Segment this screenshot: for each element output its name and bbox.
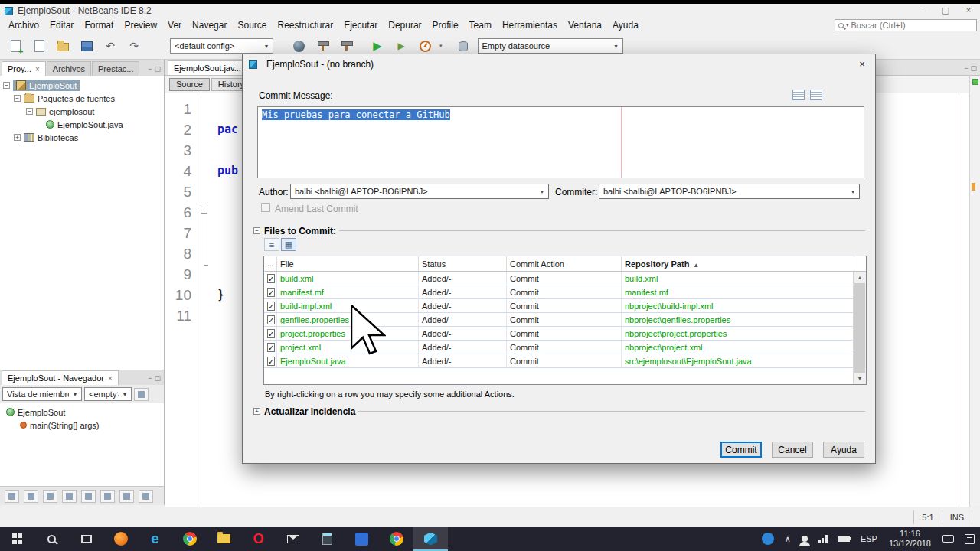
- sort-alpha-button[interactable]: [100, 490, 115, 503]
- chrome-2-button[interactable]: [379, 527, 413, 551]
- tray-expand-button[interactable]: ∧: [779, 527, 796, 551]
- maximize-button[interactable]: ▢: [934, 4, 957, 18]
- tab-prestaciones[interactable]: Prestac...: [92, 61, 139, 76]
- scroll-up-icon[interactable]: ▲: [854, 272, 866, 283]
- navigator-class-item[interactable]: EjemploSout: [0, 406, 164, 419]
- new-file-button[interactable]: [6, 37, 24, 55]
- tab-navegador[interactable]: EjemploSout - Navegador ×: [2, 370, 119, 385]
- table-scrollbar[interactable]: ▲ ▼: [853, 272, 866, 384]
- menu-preview[interactable]: Preview: [119, 18, 162, 32]
- search-scope-dropdown-icon[interactable]: ▾: [846, 22, 849, 28]
- row-checkbox[interactable]: ✓: [267, 302, 275, 311]
- collapse-handle-icon[interactable]: −: [3, 82, 10, 89]
- cell-action[interactable]: Commit: [507, 327, 622, 340]
- menu-herramientas[interactable]: Herramientas: [497, 18, 563, 32]
- netbeans-taskbar-button[interactable]: [413, 527, 448, 551]
- mail-button[interactable]: [276, 527, 310, 551]
- message-template-icon[interactable]: [810, 90, 822, 100]
- redo-button[interactable]: ↷: [125, 37, 143, 55]
- close-button[interactable]: ×: [957, 4, 980, 18]
- table-row[interactable]: ✓ manifest.mf Added/- Commit manifest.mf: [264, 285, 866, 299]
- people-button[interactable]: [796, 527, 813, 551]
- opera-button[interactable]: O: [241, 527, 276, 551]
- row-checkbox[interactable]: ✓: [267, 288, 275, 297]
- menu-depurar[interactable]: Depurar: [383, 18, 426, 32]
- scrollbar-thumb[interactable]: [854, 283, 865, 373]
- collapse-handle-icon[interactable]: −: [14, 95, 21, 102]
- row-checkbox[interactable]: ✓: [267, 329, 275, 338]
- row-checkbox[interactable]: ✓: [267, 274, 275, 283]
- clock[interactable]: 11:16 13/12/2018: [883, 529, 937, 549]
- config-combobox[interactable]: <default config> ▾: [170, 38, 273, 54]
- tree-item-libraries[interactable]: + Bibliotecas: [0, 131, 164, 144]
- editor-error-stripe[interactable]: [969, 76, 980, 507]
- recent-messages-icon[interactable]: [792, 90, 805, 100]
- menu-ejecutar[interactable]: Ejecutar: [338, 18, 383, 32]
- menu-source[interactable]: Source: [232, 18, 272, 32]
- navigator-table-view-button[interactable]: [134, 388, 149, 401]
- edge-button[interactable]: e: [138, 527, 172, 551]
- taskbar-search-button[interactable]: [34, 527, 69, 551]
- cell-action[interactable]: Commit: [507, 354, 622, 367]
- row-checkbox[interactable]: ✓: [267, 315, 275, 324]
- cell-action[interactable]: Commit: [507, 341, 622, 354]
- grid-view-button[interactable]: ▦: [281, 238, 296, 251]
- dialog-close-button[interactable]: ×: [849, 54, 875, 74]
- tab-proyectos[interactable]: Proy... ×: [2, 61, 46, 76]
- cell-action[interactable]: Commit: [507, 299, 622, 312]
- menu-navegar[interactable]: Navegar: [187, 18, 232, 32]
- column-repository-path[interactable]: Repository Path▲: [622, 256, 854, 271]
- author-combobox[interactable]: balbi <balbi@LAPTOP-BO6IPNBJ> ▾: [290, 184, 549, 199]
- show-static-button[interactable]: [43, 490, 57, 503]
- menu-ayuda[interactable]: Ayuda: [607, 18, 644, 32]
- battery-button[interactable]: [833, 527, 855, 551]
- source-view-button[interactable]: Source: [169, 78, 210, 91]
- start-button[interactable]: [0, 527, 34, 551]
- column-file[interactable]: File: [277, 256, 419, 271]
- clean-build-button[interactable]: [337, 37, 355, 55]
- fqn-button[interactable]: [139, 490, 153, 503]
- files-section-collapse-icon[interactable]: −: [253, 227, 260, 234]
- open-project-button[interactable]: [54, 37, 72, 55]
- panel-float-icon[interactable]: ▢: [154, 374, 161, 382]
- navigator-view-combobox[interactable]: Vista de miembros ▾: [2, 387, 82, 401]
- files-section-header[interactable]: Files to Commit:: [264, 226, 336, 236]
- new-project-button[interactable]: [30, 37, 48, 55]
- memory-button[interactable]: [289, 37, 308, 55]
- save-all-button[interactable]: [77, 37, 96, 55]
- action-center-button[interactable]: [959, 527, 980, 551]
- calculator-button[interactable]: [310, 527, 345, 551]
- tree-item-package[interactable]: − ejemplosout: [0, 105, 164, 118]
- search-input[interactable]: [851, 21, 973, 30]
- menu-editar[interactable]: Editar: [44, 18, 79, 32]
- column-status[interactable]: Status: [419, 256, 507, 271]
- dialog-titlebar[interactable]: EjemploSout - (no branch) ×: [243, 54, 875, 74]
- incidencia-section-expand-icon[interactable]: +: [253, 408, 260, 415]
- table-row[interactable]: ✓ build.xml Added/- Commit build.xml: [264, 272, 866, 285]
- menu-team[interactable]: Team: [464, 18, 497, 32]
- menu-ventana[interactable]: Ventana: [563, 18, 607, 32]
- cell-action[interactable]: Commit: [507, 272, 622, 285]
- list-view-button[interactable]: ≡: [264, 238, 279, 251]
- close-icon[interactable]: ×: [108, 374, 113, 383]
- tree-item-project[interactable]: − EjemploSout: [0, 79, 164, 92]
- code-fold-icon[interactable]: −: [201, 207, 207, 214]
- editor-maximize-icon[interactable]: ▢: [970, 64, 977, 72]
- show-inherited-button[interactable]: [5, 490, 19, 503]
- minimize-button[interactable]: –: [911, 4, 934, 18]
- show-non-public-button[interactable]: [81, 490, 96, 503]
- file-explorer-button[interactable]: [207, 527, 241, 551]
- scroll-down-icon[interactable]: ▼: [854, 373, 866, 384]
- build-button[interactable]: [313, 37, 332, 55]
- cancel-button[interactable]: Cancel: [772, 442, 813, 458]
- blue-app-button[interactable]: [345, 527, 379, 551]
- tab-archivos[interactable]: Archivos: [47, 61, 91, 76]
- panel-float-icon[interactable]: ▢: [154, 65, 161, 73]
- network-button[interactable]: [813, 527, 833, 551]
- tray-app-button[interactable]: [756, 527, 779, 551]
- quick-search-box[interactable]: ▾: [835, 19, 977, 31]
- chrome-button[interactable]: [172, 527, 207, 551]
- touch-keyboard-button[interactable]: [937, 527, 959, 551]
- show-public-button[interactable]: [62, 490, 77, 503]
- row-checkbox[interactable]: ✓: [267, 357, 275, 366]
